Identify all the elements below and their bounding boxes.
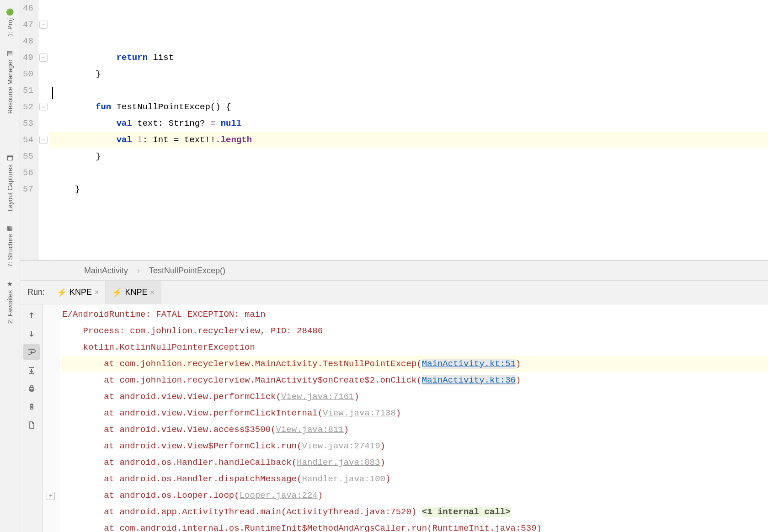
code-line[interactable]: return list	[50, 49, 768, 66]
fold-toggle[interactable]: −	[39, 103, 48, 111]
code-area[interactable]: return list } fun TestNullPointExcep() {…	[50, 0, 768, 260]
console-line: Process: com.johnlion.recyclerview, PID:…	[62, 323, 768, 339]
favorites-label: 2: Favorites	[6, 290, 14, 324]
stack-link[interactable]: View.java:27419	[302, 441, 380, 451]
console-text: at android.view.View.access$3500(	[104, 425, 276, 435]
console-line: at android.view.View.access$3500(View.ja…	[62, 421, 768, 438]
console-text: )	[354, 392, 359, 402]
left-tool-strip: 1: Proj 🟢 Resource Manager ▤ Layout Capt…	[0, 0, 20, 532]
text-caret	[52, 87, 53, 99]
fold-toggle[interactable]: −	[39, 53, 48, 62]
console-line: at com.android.internal.os.RuntimeInit$M…	[62, 520, 768, 532]
layout-captures-label: Layout Captures	[6, 165, 14, 212]
console-line: at android.view.View.performClick(View.j…	[62, 388, 768, 405]
console-text: )	[396, 408, 401, 418]
breadcrumb-class[interactable]: MainActivity	[84, 266, 128, 276]
console-text: )	[380, 441, 385, 451]
run-label: Run:	[20, 287, 50, 297]
expand-icon[interactable]: +	[47, 492, 55, 500]
console-text: E/AndroidRuntime: FATAL EXCEPTION: main	[62, 309, 266, 319]
line-number: 47	[23, 16, 33, 33]
breadcrumb-separator-icon: ›	[137, 266, 140, 276]
resource-manager-icon: ▤	[7, 49, 13, 57]
fold-toggle[interactable]: −	[39, 21, 48, 29]
fold-column: −−−−	[38, 0, 50, 260]
console-line: at android.app.ActivityThread.main(Activ…	[62, 504, 768, 520]
run-tab-knpe-2[interactable]: ⚡ KNPE ×	[106, 281, 161, 304]
code-line[interactable]	[50, 214, 768, 230]
console-line: kotlin.KotlinNullPointerException	[62, 339, 768, 356]
console-text: Process: com.johnlion.recyclerview, PID:…	[83, 326, 323, 336]
line-number: 48	[23, 33, 33, 49]
tool-project[interactable]: 1: Proj 🟢	[6, 2, 14, 43]
console-text: at com.android.internal.os.RuntimeInit$M…	[104, 523, 542, 532]
console-text: at android.view.View.performClickInterna…	[104, 408, 323, 418]
code-line[interactable]	[50, 197, 768, 214]
code-line[interactable]	[50, 230, 768, 247]
tool-favorites[interactable]: 2: Favorites ★	[6, 274, 14, 330]
scroll-to-end-button[interactable]	[23, 362, 40, 378]
stack-link[interactable]: Looper.java:224	[240, 490, 318, 500]
line-number: 57	[23, 181, 33, 197]
breadcrumb-method[interactable]: TestNullPointExcep()	[149, 266, 225, 276]
bolt-icon: ⚡	[57, 287, 67, 298]
stack-link[interactable]: MainActivity.kt:51	[422, 359, 516, 369]
code-line[interactable]: }	[50, 148, 768, 165]
print-button[interactable]	[23, 380, 40, 397]
line-number: 50	[23, 66, 33, 82]
stack-link[interactable]: Handler.java:100	[302, 474, 385, 484]
tool-structure[interactable]: 7: Structure ▦	[6, 218, 14, 273]
resource-manager-label: Resource Manager	[6, 59, 14, 114]
console-text: at com.johnlion.recyclerview.MainActivit…	[104, 359, 422, 369]
console-text: at android.view.View$PerformClick.run(	[104, 441, 302, 451]
up-button[interactable]	[23, 307, 40, 324]
close-icon[interactable]: ×	[150, 288, 154, 297]
console-text: at android.os.Handler.dispatchMessage(	[104, 474, 302, 484]
close-icon[interactable]: ×	[95, 288, 99, 297]
run-tab-label: KNPE	[125, 287, 147, 297]
code-line[interactable]: }	[50, 66, 768, 82]
console-text: )	[516, 375, 521, 385]
console-text: at android.os.Handler.handleCallback(	[104, 458, 297, 468]
project-icon: 🟢	[6, 8, 14, 16]
console-output[interactable]: E/AndroidRuntime: FATAL EXCEPTION: main …	[59, 304, 768, 532]
svg-rect-1	[30, 386, 33, 388]
soft-wrap-button[interactable]	[23, 344, 40, 360]
console-line: E/AndroidRuntime: FATAL EXCEPTION: main	[62, 306, 768, 323]
code-editor[interactable]: 464748495051525354555657 −−−− return lis…	[20, 0, 768, 261]
stack-link[interactable]: View.java:811	[276, 425, 343, 435]
code-line[interactable]	[50, 165, 768, 181]
code-line[interactable]: }	[50, 181, 768, 197]
code-line[interactable]: val text: String? = null	[50, 115, 768, 132]
code-line[interactable]	[50, 82, 768, 99]
stack-link[interactable]: View.java:7138	[323, 408, 396, 418]
doc-button[interactable]	[23, 417, 40, 433]
bolt-icon: ⚡	[112, 287, 122, 298]
line-number: 56	[23, 165, 33, 181]
console-line: at android.os.Looper.loop(Looper.java:22…	[62, 487, 768, 504]
down-button[interactable]	[23, 325, 40, 342]
run-panel-header: Run: ⚡ KNPE × ⚡ KNPE ×	[20, 281, 768, 304]
run-tab-knpe-1[interactable]: ⚡ KNPE ×	[50, 281, 106, 304]
console-text: at android.os.Looper.loop(	[104, 490, 239, 500]
tool-resource-manager[interactable]: Resource Manager ▤	[6, 43, 14, 120]
console-text: at android.app.ActivityThread.main(Activ…	[104, 507, 422, 517]
run-toolbar	[20, 304, 43, 532]
tool-layout-captures[interactable]: Layout Captures 🗔	[6, 148, 14, 218]
fold-toggle[interactable]: −	[39, 136, 48, 144]
console-line: at com.johnlion.recyclerview.MainActivit…	[62, 372, 768, 388]
clear-button[interactable]	[23, 399, 40, 415]
code-line[interactable]: fun TestNullPointExcep() {	[50, 99, 768, 115]
structure-label: 7: Structure	[6, 234, 14, 267]
stack-link[interactable]: Handler.java:883	[297, 458, 380, 468]
line-number: 55	[23, 148, 33, 165]
console-text: at android.view.View.performClick(	[104, 392, 281, 402]
console-line: at android.os.Handler.handleCallback(Han…	[62, 454, 768, 471]
layout-captures-icon: 🗔	[7, 154, 13, 162]
stack-link[interactable]: MainActivity.kt:36	[422, 375, 516, 385]
code-line[interactable]: val i: Int = text!!.length	[50, 132, 768, 148]
stack-link[interactable]: View.java:7161	[281, 392, 354, 402]
line-number: 51	[23, 82, 33, 99]
line-number-gutter: 464748495051525354555657	[20, 0, 38, 260]
console-text: )	[318, 490, 323, 500]
